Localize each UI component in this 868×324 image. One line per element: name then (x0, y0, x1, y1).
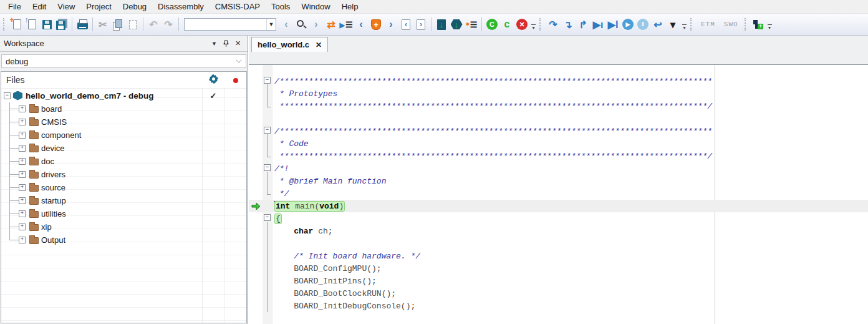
menu-item-window[interactable]: Window (296, 1, 335, 12)
breakpoint-gutter[interactable] (249, 162, 263, 175)
cstat-analyze-icon[interactable]: c (499, 17, 514, 32)
tree-row-startup[interactable]: +startup (1, 194, 246, 207)
expand-icon[interactable]: + (19, 197, 26, 204)
cut-icon[interactable]: ✂ (95, 17, 110, 32)
code-line[interactable]: char ch; (249, 225, 868, 237)
toolbar-grip[interactable] (690, 18, 693, 31)
breakpoint-gutter[interactable] (249, 262, 263, 275)
redo-icon[interactable]: ↷ (161, 17, 176, 32)
nav-forward-icon[interactable]: › (309, 17, 324, 32)
breakpoint-gutter[interactable] (249, 150, 263, 162)
tree-row-doc[interactable]: +doc (1, 155, 246, 168)
stop-icon[interactable]: ✕ (514, 17, 529, 32)
previous-bookmark-icon[interactable]: ‹ (354, 17, 369, 32)
tree-row-board[interactable]: +board (1, 102, 246, 115)
toggle-source-header-icon[interactable]: ⇄ (324, 17, 339, 32)
toggle-bookmark-icon[interactable]: + (369, 17, 383, 32)
code-line[interactable]: BOARD_InitPins(); (249, 275, 868, 287)
code-line[interactable]: */ (249, 187, 868, 200)
breakpoint-gutter[interactable] (249, 87, 263, 100)
menu-item-edit[interactable]: Edit (27, 1, 52, 12)
tree-row-utilities[interactable]: +utilities (1, 207, 246, 220)
close-panel-icon[interactable]: ✕ (232, 38, 244, 49)
toolbar-overflow-icon[interactable]: ▾ (529, 17, 538, 32)
breakpoint-gutter[interactable] (249, 112, 263, 125)
code-line[interactable] (249, 112, 868, 125)
breakpoint-gutter[interactable] (249, 137, 263, 150)
next-statement-icon[interactable]: ▶ı (591, 17, 605, 32)
tab-hello-world-c[interactable]: hello_world.c ✕ (251, 37, 328, 52)
code-line[interactable]: −/**************************************… (249, 75, 868, 87)
step-over-icon[interactable]: ↷ (546, 17, 561, 32)
code-line[interactable]: * Prototypes (249, 87, 868, 100)
save-all-icon[interactable] (54, 17, 69, 32)
code-line[interactable]: −/**************************************… (249, 125, 868, 137)
breakpoint-gutter[interactable] (249, 212, 263, 225)
expand-icon[interactable]: + (19, 106, 26, 112)
code-line[interactable]: −{ (249, 212, 868, 225)
debug-toolbar-overflow-icon[interactable]: ▾ (680, 17, 688, 32)
expand-icon[interactable]: + (19, 132, 26, 139)
search-icon[interactable] (294, 17, 309, 32)
toolbar-grip[interactable] (745, 18, 748, 31)
break-icon[interactable]: ‖ (635, 17, 650, 32)
next-bookmark-icon[interactable]: › (383, 17, 398, 32)
reset-icon[interactable]: C (485, 17, 499, 32)
breakpoint-gutter[interactable] (249, 75, 263, 87)
collapse-icon[interactable]: − (264, 127, 271, 134)
code-line[interactable]: BOARD_ConfigMPU(); (249, 262, 868, 275)
code-line[interactable]: * @brief Main function (249, 175, 868, 187)
collapse-icon[interactable]: − (264, 214, 271, 221)
code-line[interactable]: ****************************************… (249, 100, 868, 112)
breakpoint-gutter[interactable] (249, 250, 263, 262)
nav-back-icon[interactable]: ‹ (279, 17, 294, 32)
tree-row-source[interactable]: +source (1, 181, 246, 194)
swo-button[interactable]: SWO (720, 19, 743, 30)
toolbar-grip[interactable] (539, 18, 542, 31)
menu-item-disassembly[interactable]: Disassembly (152, 1, 210, 12)
download-application-icon[interactable]: ↓ (434, 17, 449, 32)
breakpoint-gutter[interactable] (249, 275, 263, 287)
code-line[interactable]: −/*! (249, 162, 868, 175)
menu-item-cmsis-dap[interactable]: CMSIS-DAP (210, 1, 266, 12)
breakpoint-gutter[interactable] (249, 237, 263, 250)
tree-row-component[interactable]: +component (1, 129, 246, 142)
collapse-icon[interactable]: − (264, 164, 271, 171)
tree-row-drivers[interactable]: +drivers (1, 168, 246, 181)
code-line[interactable]: /* Init board hardware. */ (249, 250, 868, 262)
next-file-icon[interactable]: › (413, 17, 428, 32)
code-line[interactable]: int main(void) (249, 200, 868, 212)
pin-icon[interactable] (220, 38, 232, 49)
fold-collapse-box[interactable]: − (263, 125, 272, 137)
open-document-icon[interactable]: ↑ (24, 17, 39, 32)
tree-row-output[interactable]: +Output (1, 233, 246, 247)
stop-debugging-icon[interactable]: ↩ (650, 17, 665, 32)
breakpoint-gutter[interactable] (249, 125, 263, 137)
toolbar-grip[interactable] (3, 18, 6, 31)
menu-item-view[interactable]: View (52, 1, 80, 12)
code-line[interactable]: ****************************************… (249, 150, 868, 162)
breakpoint-gutter[interactable] (249, 175, 263, 187)
menu-item-file[interactable]: File (2, 1, 27, 12)
paste-icon[interactable] (125, 17, 140, 32)
breakpoint-gutter[interactable] (249, 300, 263, 312)
previous-file-icon[interactable]: ‹ (398, 17, 413, 32)
expand-icon[interactable]: + (19, 210, 26, 217)
expand-icon[interactable]: + (19, 145, 26, 152)
menu-item-tools[interactable]: Tools (266, 1, 296, 12)
swo-configuration-icon[interactable]: + (751, 17, 766, 32)
undo-icon[interactable]: ↶ (146, 17, 161, 32)
close-tab-icon[interactable]: ✕ (316, 41, 322, 49)
go-icon[interactable]: ▶ (620, 17, 635, 32)
new-document-icon[interactable]: + (9, 17, 24, 32)
fold-collapse-box[interactable]: − (263, 162, 272, 175)
fold-collapse-box[interactable]: − (263, 212, 272, 225)
tree-row-device[interactable]: +device (1, 142, 246, 155)
breakpoints-window-icon[interactable] (464, 17, 479, 32)
menu-item-project[interactable]: Project (80, 1, 117, 12)
expand-icon[interactable]: + (19, 171, 26, 178)
code-line[interactable]: BOARD_InitDebugConsole(); (249, 300, 868, 312)
stop-debugging-dropdown-icon[interactable]: ▾ (665, 17, 680, 32)
collapse-icon[interactable]: − (264, 77, 271, 84)
menu-item-debug[interactable]: Debug (117, 1, 152, 12)
